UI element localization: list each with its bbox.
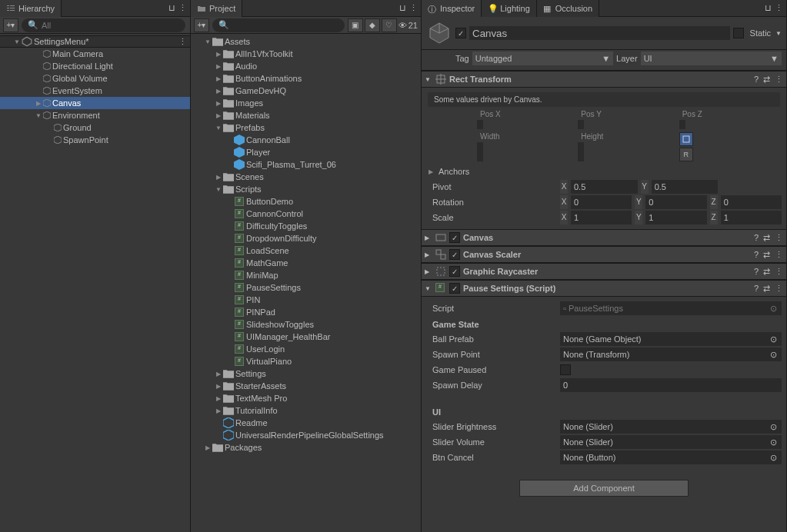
foldout-icon[interactable]: ▶ [425,234,432,241]
game-paused-checkbox[interactable] [560,364,571,375]
pivot-y-field[interactable] [652,180,719,194]
foldout-icon[interactable]: ▶ [214,371,223,377]
hierarchy-tab[interactable]: Hierarchy [0,0,62,17]
tab-inspector[interactable]: ⓘ Inspector [422,0,482,17]
folder-row[interactable]: ▶Scenes [191,171,421,183]
pivot-x-field[interactable] [571,180,638,194]
foldout-icon[interactable]: ▶ [34,100,43,107]
hierarchy-item[interactable]: ▼Environment [0,109,190,121]
foldout-icon[interactable]: ▶ [214,407,223,414]
help-icon[interactable]: ? [754,75,759,85]
ball-prefab-field[interactable]: None (Game Object)⊙ [560,332,782,346]
object-picker-icon[interactable]: ⊙ [768,437,779,447]
folder-row[interactable]: ▶Settings [191,367,421,380]
slider-brightness-field[interactable]: None (Slider)⊙ [560,420,782,434]
folder-row[interactable]: ▶TutorialInfo [191,404,421,417]
hierarchy-item[interactable]: ▶Canvas [0,97,190,109]
create-button[interactable]: +▾ [194,18,209,32]
preset-icon[interactable]: ⇄ [763,233,770,243]
rot-x-field[interactable] [571,195,632,209]
component-enable-checkbox[interactable] [449,249,460,260]
folder-row[interactable]: ▶Audio [191,60,421,72]
asset-row[interactable]: CannonBall [191,134,421,146]
asset-row[interactable]: Readme [191,417,421,429]
lock-icon[interactable]: ⊔ [399,3,406,13]
asset-row[interactable]: #UserLogin [191,343,421,355]
foldout-icon[interactable]: ▶ [214,63,223,70]
layer-dropdown[interactable]: UI▼ [641,52,782,65]
filter-type-button[interactable]: ▣ [348,18,363,32]
hierarchy-item[interactable]: SpawnPoint [0,134,190,146]
tag-dropdown[interactable]: Untagged▼ [472,52,613,65]
preset-icon[interactable]: ⇄ [763,284,770,294]
help-icon[interactable]: ? [754,233,759,243]
menu-icon[interactable]: ⋮ [178,3,187,13]
folder-row[interactable]: ▶GameDevHQ [191,85,421,97]
folder-row[interactable]: ▼Scripts [191,183,421,195]
lock-icon[interactable]: ⊔ [765,3,772,13]
menu-icon[interactable]: ⋮ [775,3,783,13]
foldout-icon[interactable]: ▶ [203,444,212,451]
asset-row[interactable]: #MathGame [191,257,421,269]
btn-cancel-field[interactable]: None (Button)⊙ [560,451,782,464]
folder-row[interactable]: ▶AllIn1VfxToolkit [191,48,421,60]
lock-icon[interactable]: ⊔ [168,3,175,13]
help-icon[interactable]: ? [754,284,759,294]
hierarchy-item[interactable]: Directional Light [0,60,190,72]
foldout-icon[interactable]: ▼ [203,38,212,45]
component-enable-checkbox[interactable] [449,232,460,243]
rot-y-field[interactable] [645,195,706,209]
static-checkbox[interactable] [733,28,744,38]
foldout-icon[interactable]: ▼ [425,76,432,83]
asset-row[interactable]: #ButtonDemo [191,195,421,208]
menu-icon[interactable]: ⋮ [775,284,783,294]
tab-occlusion[interactable]: ▦ Occlusion [537,0,599,17]
raw-mode-button[interactable]: R [679,148,693,161]
rot-z-field[interactable] [721,195,782,209]
height-field[interactable] [578,142,584,161]
folder-row[interactable]: ▼Prefabs [191,121,421,134]
menu-icon[interactable]: ⋮ [775,75,783,85]
asset-row[interactable]: #CannonControl [191,208,421,220]
object-picker-icon[interactable]: ⊙ [768,422,779,432]
hierarchy-item[interactable]: Ground [0,121,190,134]
folder-row[interactable]: ▶TextMesh Pro [191,392,421,404]
slider-volume-field[interactable]: None (Slider)⊙ [560,435,782,449]
asset-row[interactable]: Scifi_Plasma_Turret_06 [191,158,421,171]
menu-icon[interactable]: ⋮ [775,250,783,260]
foldout-icon[interactable]: ▼ [214,186,223,193]
foldout-icon[interactable]: ▶ [214,174,223,181]
asset-row[interactable]: #PauseSettings [191,281,421,294]
static-dropdown-icon[interactable]: ▼ [775,30,782,37]
folder-row[interactable]: ▶StarterAssets [191,380,421,392]
foldout-icon[interactable]: ▶ [426,168,435,175]
graphic-raycaster-component[interactable]: ▶ Graphic Raycaster ?⇄⋮ [422,263,786,280]
add-component-button[interactable]: Add Component [519,480,689,497]
foldout-icon[interactable]: ▶ [214,75,223,82]
component-enable-checkbox[interactable] [449,283,460,294]
scl-x-field[interactable] [571,211,632,224]
asset-row[interactable]: #DropdownDifficulty [191,232,421,244]
scene-row[interactable]: ▼ SettingsMenu* ⋮ [0,35,190,48]
pos-z-field[interactable] [679,120,685,129]
object-picker-icon[interactable]: ⊙ [768,350,779,360]
hierarchy-item[interactable]: Main Camera [0,48,190,60]
object-picker-icon[interactable]: ⊙ [768,304,779,314]
foldout-icon[interactable]: ▼ [34,112,43,119]
hierarchy-item[interactable]: EventSystem [0,85,190,97]
pause-settings-component[interactable]: ▼ # Pause Settings (Script) ?⇄⋮ [422,280,786,297]
asset-row[interactable]: #MiniMap [191,269,421,281]
filter-label-button[interactable]: ◆ [365,18,380,32]
create-button[interactable]: +▾ [3,18,18,32]
scl-z-field[interactable] [721,211,782,224]
object-picker-icon[interactable]: ⊙ [768,453,779,463]
foldout-icon[interactable]: ▶ [214,51,223,58]
foldout-icon[interactable]: ▶ [214,100,223,107]
rect-transform-component[interactable]: ▼ Rect Transform ?⇄⋮ [422,71,786,88]
menu-icon[interactable]: ⋮ [775,233,783,243]
foldout-icon[interactable]: ▶ [214,88,223,95]
pos-x-field[interactable] [477,120,483,129]
blueprint-mode-button[interactable] [679,132,693,146]
asset-row[interactable]: #UIManager_HealthBar [191,331,421,343]
project-search[interactable]: 🔍 [212,18,345,32]
